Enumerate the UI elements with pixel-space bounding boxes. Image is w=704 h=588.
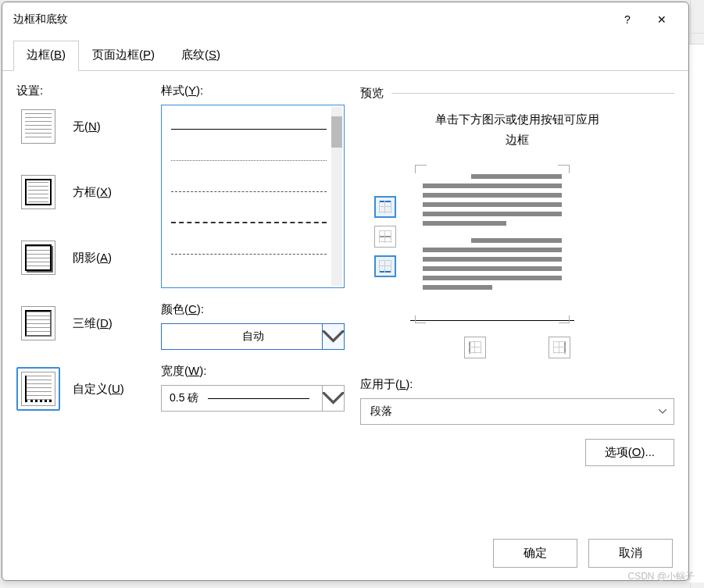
content-area: 设置: 无(N) 方框(X) 阴影(A) 三维(D) 自定义(U) bbox=[2, 71, 688, 529]
width-sample-line bbox=[208, 398, 309, 399]
help-button[interactable]: ? bbox=[610, 9, 645, 30]
preview-page[interactable] bbox=[410, 165, 574, 321]
border-hmiddle-icon bbox=[378, 230, 392, 244]
close-icon: ✕ bbox=[657, 13, 666, 26]
tab-shading[interactable]: 底纹(S) bbox=[168, 41, 234, 71]
svg-rect-17 bbox=[391, 260, 391, 273]
svg-rect-29 bbox=[553, 352, 566, 353]
border-bottom-toggle[interactable] bbox=[374, 255, 396, 277]
style-scrollbar[interactable] bbox=[331, 107, 342, 286]
border-bottom-icon bbox=[378, 259, 392, 273]
watermark: CSDN @小蜗子 bbox=[627, 570, 695, 583]
svg-rect-5 bbox=[391, 201, 391, 213]
width-combo[interactable]: 0.5 磅 bbox=[161, 385, 345, 412]
svg-rect-22 bbox=[469, 347, 481, 347]
color-value: 自动 bbox=[170, 330, 336, 344]
svg-rect-23 bbox=[469, 352, 481, 353]
color-combo[interactable]: 自动 bbox=[161, 323, 345, 350]
border-left-icon bbox=[468, 340, 482, 355]
dialog-footer: 确定 取消 bbox=[2, 529, 688, 580]
color-label: 颜色(C): bbox=[161, 302, 345, 317]
setting-3d[interactable]: 三维(D) bbox=[16, 301, 161, 345]
setting-shadow[interactable]: 阴影(A) bbox=[16, 236, 161, 280]
border-hmiddle-toggle[interactable] bbox=[374, 226, 396, 248]
preview-hint: 单击下方图示或使用按钮可应用 边框 bbox=[360, 109, 674, 149]
help-icon: ? bbox=[624, 13, 631, 26]
svg-rect-9 bbox=[379, 230, 380, 243]
ok-button[interactable]: 确定 bbox=[493, 539, 577, 568]
apply-to-label: 应用于(L): bbox=[360, 377, 674, 392]
dialog-title: 边框和底纹 bbox=[13, 12, 610, 27]
preview-label: 预览 bbox=[360, 86, 391, 101]
svg-rect-16 bbox=[384, 260, 385, 273]
tab-page-border[interactable]: 页面边框(P) bbox=[79, 41, 168, 71]
width-value: 0.5 磅 bbox=[170, 391, 198, 405]
border-right-icon bbox=[552, 340, 566, 355]
svg-rect-3 bbox=[379, 201, 380, 213]
apply-to-combo[interactable]: 段落 bbox=[360, 398, 674, 425]
chevron-down-icon bbox=[652, 399, 674, 424]
setting-box[interactable]: 方框(X) bbox=[16, 170, 161, 214]
chevron-down-icon bbox=[322, 386, 344, 411]
border-right-toggle[interactable] bbox=[549, 337, 570, 358]
border-left-toggle[interactable] bbox=[464, 337, 486, 358]
style-option-dashed-fine[interactable] bbox=[171, 176, 327, 207]
svg-rect-11 bbox=[391, 230, 391, 243]
tab-strip: 边框(B) 页面边框(P) 底纹(S) bbox=[2, 40, 688, 71]
style-option-solid[interactable] bbox=[171, 113, 327, 144]
setting-custom[interactable]: 自定义(U) bbox=[16, 367, 161, 411]
options-button[interactable]: 选项(O)... bbox=[585, 439, 674, 466]
apply-to-value: 段落 bbox=[370, 404, 392, 419]
style-label: 样式(Y): bbox=[161, 84, 345, 98]
scrollbar-thumb[interactable] bbox=[331, 116, 342, 148]
style-option-dashdot[interactable] bbox=[171, 238, 327, 269]
style-column: 样式(Y): 颜色(C): 自动 bbox=[161, 84, 360, 522]
svg-rect-4 bbox=[384, 201, 385, 213]
border-top-toggle[interactable] bbox=[374, 196, 396, 218]
svg-rect-15 bbox=[379, 260, 380, 273]
cancel-button[interactable]: 取消 bbox=[588, 539, 673, 568]
borders-shading-dialog: 边框和底纹 ? ✕ 边框(B) 页面边框(P) 底纹(S) 设置: 无(N) bbox=[2, 2, 689, 581]
svg-rect-28 bbox=[553, 347, 566, 347]
border-top-icon bbox=[378, 200, 392, 214]
width-label: 宽度(W): bbox=[161, 364, 345, 379]
titlebar: 边框和底纹 ? ✕ bbox=[2, 2, 688, 35]
svg-rect-10 bbox=[384, 230, 385, 243]
settings-label: 设置: bbox=[16, 84, 161, 98]
style-option-dotted[interactable] bbox=[171, 144, 327, 176]
style-option-dashed[interactable] bbox=[171, 207, 327, 238]
tab-borders[interactable]: 边框(B) bbox=[13, 41, 79, 71]
close-button[interactable]: ✕ bbox=[645, 9, 679, 30]
style-list[interactable] bbox=[161, 105, 345, 288]
preview-column: 预览 单击下方图示或使用按钮可应用 边框 bbox=[360, 84, 674, 522]
setting-none[interactable]: 无(N) bbox=[16, 105, 161, 148]
settings-column: 设置: 无(N) 方框(X) 阴影(A) 三维(D) 自定义(U) bbox=[16, 84, 161, 522]
chevron-down-icon bbox=[322, 324, 344, 349]
svg-rect-21 bbox=[469, 341, 481, 342]
svg-rect-27 bbox=[553, 341, 566, 342]
